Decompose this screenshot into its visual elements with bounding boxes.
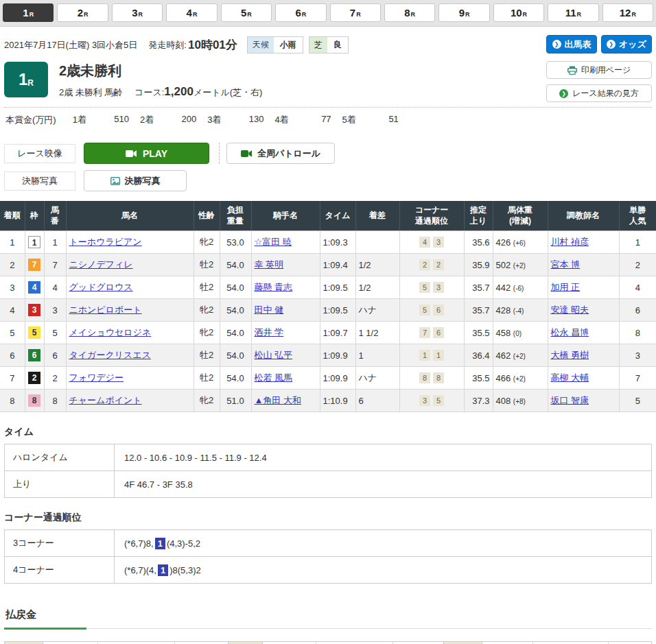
corner-position-box: 4: [419, 237, 430, 248]
horse-link[interactable]: フォワデジー: [69, 372, 124, 383]
header-action-buttons: ❯ 出馬表 ❯ オッズ 印刷用ページ ❯ レース結果の見方: [546, 35, 652, 108]
race-tab-11r[interactable]: 11R: [548, 3, 598, 22]
trainer-cell: 宮本 博: [548, 254, 619, 276]
jockey-link[interactable]: 藤懸 貴志: [255, 282, 293, 292]
horse-link[interactable]: ニホンピロポート: [69, 305, 142, 315]
favorite-cell: 7: [619, 367, 656, 390]
trainer-link[interactable]: 坂口 智康: [551, 395, 589, 405]
result-row: 722フォワデジー牡254.0松若 風馬1:09.9ハナ8835.5466 (+…: [0, 367, 656, 390]
jockey-link[interactable]: ▲角田 大和: [255, 395, 301, 405]
video-camera-icon: [241, 150, 253, 158]
corner-row-value: (*6,7)8,1(4,3)-5,2: [115, 530, 652, 557]
horse-link[interactable]: タイガークリスエス: [69, 350, 151, 360]
finish-pos-cell: 7: [0, 367, 25, 390]
race-tab-7r[interactable]: 7R: [330, 3, 381, 22]
waku-cell: 8: [25, 390, 44, 412]
trainer-link[interactable]: 川村 禎彦: [551, 237, 589, 247]
col-pos: 着順: [0, 201, 25, 231]
print-page-button[interactable]: 印刷用ページ: [546, 61, 652, 79]
result-row: 111トーホウラビアン牝253.0☆富田 暁1:09.34335.6426 (+…: [0, 231, 656, 254]
trainer-link[interactable]: 宮本 博: [551, 259, 581, 270]
race-tab-4r[interactable]: 4R: [166, 3, 217, 22]
body-weight-cell: 462 (+2): [493, 344, 548, 367]
carried-weight-cell: 53.0: [220, 231, 251, 254]
col-margin: 着差: [355, 201, 399, 231]
entry-table-button[interactable]: ❯ 出馬表: [546, 35, 597, 53]
col-jockey: 騎手名: [251, 201, 320, 231]
jockey-link[interactable]: ☆富田 暁: [255, 237, 292, 247]
finish-photo-button[interactable]: 決勝写真: [84, 170, 187, 191]
race-tab-9r[interactable]: 9R: [438, 3, 489, 22]
waku-cell: 6: [25, 344, 44, 367]
horse-name-cell: チャームポイント: [66, 390, 194, 412]
horse-link[interactable]: メイショウセロジネ: [69, 327, 152, 337]
jockey-link[interactable]: 幸 英明: [255, 259, 284, 270]
time-cell: 1:09.5: [320, 276, 355, 299]
race-tab-5r[interactable]: 5R: [221, 3, 272, 22]
carried-weight-cell: 54.0: [220, 254, 251, 276]
trainer-link[interactable]: 加用 正: [551, 282, 581, 292]
horse-link[interactable]: チャームポイント: [69, 395, 142, 405]
col-horse-name: 馬名: [66, 201, 194, 231]
race-results-table: 着順枠馬番馬名性齢負担重量騎手名タイム着差コーナー通過順位推定上り馬体重(増減)…: [0, 201, 656, 412]
horse-link[interactable]: グッドグロウス: [69, 282, 133, 292]
trainer-link[interactable]: 安達 昭夫: [551, 305, 589, 315]
race-result-page: 1R2R3R4R5R6R7R8R9R10R11R12R 2021年7月17日(土…: [0, 0, 656, 644]
prize-row: 本賞金(万円)1着5102着2003着1304着775着51: [4, 107, 652, 132]
favorite-cell: 4: [619, 276, 656, 299]
payout-section: 払戻金 単勝1190円1番人気枠連馬連1-7300円1番人気複勝1110円1番人…: [4, 608, 652, 644]
race-tab-12r[interactable]: 12R: [602, 3, 653, 22]
trainer-link[interactable]: 大橋 勇樹: [551, 350, 589, 360]
col-trainer: 調教師名: [548, 201, 619, 231]
race-tab-8r[interactable]: 8R: [384, 3, 435, 22]
horse-link[interactable]: ニシノデフィレ: [69, 259, 133, 270]
race-tab-6r[interactable]: 6R: [275, 3, 326, 22]
last3f-cell: 37.3: [464, 390, 493, 412]
trainer-link[interactable]: 高柳 大輔: [551, 372, 589, 383]
result-row: 344グッドグロウス牡254.0藤懸 貴志1:09.51/25335.7442 …: [0, 276, 656, 299]
jockey-link[interactable]: 田中 健: [255, 305, 284, 315]
jockey-link[interactable]: 松山 弘平: [255, 350, 293, 360]
result-guide-label: レース結果の見方: [572, 88, 639, 99]
col-corner-order: コーナー通過順位: [399, 201, 464, 231]
race-video-play-button[interactable]: PLAY: [84, 143, 209, 164]
payout-title-text: 払戻金: [5, 608, 36, 620]
carried-weight-cell: 54.0: [220, 367, 251, 390]
finish-pos-cell: 6: [0, 344, 25, 367]
last3f-cell: 35.6: [464, 231, 493, 254]
patrol-video-button[interactable]: 全周パトロール: [226, 143, 335, 164]
sex-age-cell: 牝2: [194, 231, 220, 254]
turf-label: 芝: [309, 37, 327, 53]
highlighted-horse-number: 1: [158, 564, 168, 576]
horse-number-cell: 4: [44, 276, 66, 299]
waku-badge: 3: [28, 304, 40, 316]
horse-link[interactable]: トーホウラビアン: [69, 237, 142, 247]
finish-photo-label: 決勝写真: [4, 171, 75, 191]
horse-number-cell: 7: [44, 254, 66, 276]
race-tab-1r[interactable]: 1R: [3, 3, 54, 22]
result-guide-button[interactable]: ❯ レース結果の見方: [546, 84, 652, 102]
corner-position-box: 1: [433, 350, 444, 361]
col-body-weight: 馬体重(増減): [493, 201, 548, 231]
waku-badge: 6: [28, 349, 40, 361]
payout-table: 単勝1190円1番人気枠連馬連1-7300円1番人気複勝1110円1番人気ワイド…: [4, 641, 652, 644]
race-tab-3r[interactable]: 3R: [112, 3, 163, 22]
race-tab-10r[interactable]: 10R: [493, 3, 544, 22]
race-date: 2021年7月17日(土曜) 3回小倉5日: [4, 39, 137, 51]
race-tab-2r[interactable]: 2R: [57, 3, 108, 22]
prize-item: 2着200: [140, 114, 196, 126]
jockey-link[interactable]: 松若 風馬: [255, 372, 293, 383]
corner-order-cell: 53: [399, 276, 464, 299]
turf-condition-badge: 芝 良: [309, 36, 349, 53]
jockey-link[interactable]: 酒井 学: [255, 327, 284, 337]
sex-age-cell: 牡2: [194, 344, 220, 367]
col-carried-weight: 負担重量: [220, 201, 251, 231]
trainer-link[interactable]: 松永 昌博: [551, 327, 589, 337]
time-cell: 1:09.7: [320, 322, 355, 344]
horse-name-cell: タイガークリスエス: [66, 344, 194, 367]
odds-button[interactable]: ❯ オッズ: [601, 35, 652, 53]
race-header: 2021年7月17日(土曜) 3回小倉5日 発走時刻: 10時01分 天候 小雨…: [0, 27, 656, 132]
body-weight-cell: 426 (+6): [493, 231, 548, 254]
col-last3f: 推定上り: [464, 201, 493, 231]
horse-name-cell: メイショウセロジネ: [66, 322, 194, 344]
